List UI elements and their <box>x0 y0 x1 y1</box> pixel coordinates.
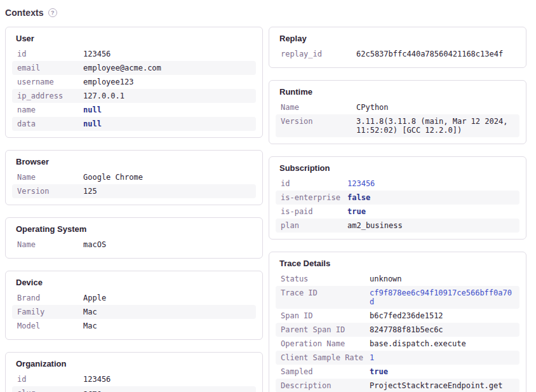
context-row: Name CPython <box>276 100 519 114</box>
right-column: Replay replay_id 62c5837bffc440a78560421… <box>269 27 526 392</box>
row-key: ip_address <box>17 91 83 100</box>
row-value: employee@acme.com <box>83 64 251 72</box>
context-row: Parent Span ID 8247788f81b5ec6c <box>276 323 519 337</box>
row-value: base.dispatch.execute <box>370 339 514 348</box>
row-key: Name <box>17 173 83 182</box>
row-key: Parent Span ID <box>281 325 370 334</box>
context-row: Status unknown <box>276 272 519 286</box>
context-row: replay_id 62c5837bffc440a78560421168c13e… <box>276 47 519 61</box>
row-key: replay_id <box>281 50 356 58</box>
context-row: Client Sample Rate 1 <box>276 351 519 365</box>
context-row: plan am2_business <box>276 219 519 233</box>
row-key: Name <box>17 240 83 249</box>
row-key: Brand <box>17 294 83 302</box>
context-card-user: User id 123456 email employee@acme.com u… <box>5 27 263 138</box>
row-value: macOS <box>83 240 251 249</box>
card-title: User <box>16 34 256 43</box>
context-row: name null <box>12 103 256 117</box>
context-row: is-enterprise false <box>276 191 519 205</box>
card-title: Replay <box>279 34 519 43</box>
context-row: Span ID b6c7fed236de1512 <box>276 309 519 323</box>
context-row: Model Mac <box>12 319 256 333</box>
context-card-organization: Organization id 123456 slug acme <box>5 352 263 392</box>
row-value: b6c7fed236de1512 <box>370 311 514 320</box>
context-card-replay: Replay replay_id 62c5837bffc440a78560421… <box>269 27 526 68</box>
context-row: Trace ID cf9f878ee6c94f10917ce566bff0a70… <box>276 286 519 309</box>
row-key: Version <box>17 187 83 196</box>
row-key: Description <box>281 381 370 390</box>
row-value: 8247788f81b5ec6c <box>370 325 514 334</box>
row-key: slug <box>17 389 83 392</box>
row-key: Client Sample Rate <box>281 353 370 362</box>
row-value: CPython <box>356 103 514 112</box>
context-card-browser: Browser Name Google Chrome Version 125 <box>5 150 263 205</box>
card-title: Runtime <box>279 87 519 97</box>
context-row: Sampled true <box>276 365 519 379</box>
card-rows: id 123456 email employee@acme.com userna… <box>12 47 256 131</box>
context-card-trace-details: Trace Details Status unknown Trace ID cf… <box>269 252 526 392</box>
row-value: 127.0.0.1 <box>83 91 251 100</box>
row-value: am2_business <box>347 221 514 230</box>
row-value: false <box>347 193 514 202</box>
row-key: is-enterprise <box>281 193 347 202</box>
card-rows: Name CPython Version 3.11.8(3.11.8 (main… <box>276 100 519 137</box>
context-card-runtime: Runtime Name CPython Version 3.11.8(3.11… <box>269 80 526 144</box>
context-row: id 123456 <box>276 177 519 191</box>
context-card-subscription: Subscription id 123456 is-enterprise fal… <box>269 156 526 240</box>
row-key: Status <box>281 274 370 283</box>
card-rows: Brand Apple Family Mac Model Mac <box>12 291 256 333</box>
context-row: Name Google Chrome <box>12 170 256 184</box>
context-row: Operation Name base.dispatch.execute <box>276 337 519 351</box>
card-rows: Status unknown Trace ID cf9f878ee6c94f10… <box>276 272 519 392</box>
row-key: Span ID <box>281 311 370 320</box>
context-row: data null <box>12 117 256 131</box>
row-key: Version <box>281 117 356 135</box>
row-key: Model <box>17 321 83 330</box>
row-value: Mac <box>83 321 251 330</box>
row-key: id <box>17 375 83 384</box>
row-value: Google Chrome <box>83 173 251 182</box>
context-row: is-paid true <box>276 205 519 219</box>
row-key: Sampled <box>281 367 370 376</box>
context-row: id 123456 <box>12 47 256 61</box>
context-row: email employee@acme.com <box>12 61 256 75</box>
row-value: 3.11.8(3.11.8 (main, Mar 12 2024, 11:52:… <box>356 117 514 135</box>
row-value: 123456 <box>347 179 514 188</box>
row-key: id <box>17 50 83 58</box>
card-title: Subscription <box>279 163 519 173</box>
row-key: Operation Name <box>281 339 370 348</box>
row-value: employee123 <box>83 78 251 86</box>
row-value: true <box>370 367 514 376</box>
page-header: Contexts ? <box>5 8 526 18</box>
context-row: Version 125 <box>12 184 256 198</box>
context-row: username employee123 <box>12 75 256 89</box>
row-value: Mac <box>83 308 251 316</box>
row-key: Name <box>281 103 356 112</box>
row-key: email <box>17 64 83 72</box>
trace-id-link[interactable]: cf9f878ee6c94f10917ce566bff0a70d <box>370 288 514 306</box>
help-icon[interactable]: ? <box>48 8 57 17</box>
row-key: name <box>17 105 83 114</box>
row-value: 123456 <box>83 50 251 58</box>
context-row: ip_address 127.0.0.1 <box>12 89 256 103</box>
row-value: 1 <box>370 353 514 362</box>
contexts-grid: User id 123456 email employee@acme.com u… <box>5 27 526 392</box>
card-title: Organization <box>16 359 256 368</box>
context-row: id 123456 <box>12 372 256 386</box>
row-value: Apple <box>83 294 251 302</box>
card-title: Device <box>16 278 256 287</box>
row-value: ProjectStacktraceEndpoint.get <box>370 381 514 390</box>
row-value: null <box>83 119 251 128</box>
page-title: Contexts <box>5 8 44 18</box>
card-title: Operating System <box>16 224 256 234</box>
card-rows: id 123456 slug acme <box>12 372 256 392</box>
left-column: User id 123456 email employee@acme.com u… <box>5 27 263 392</box>
context-row: Description ProjectStacktraceEndpoint.ge… <box>276 379 519 392</box>
row-value: 123456 <box>83 375 251 384</box>
context-row: Name macOS <box>12 238 256 252</box>
context-row: Family Mac <box>12 305 256 319</box>
card-rows: replay_id 62c5837bffc440a78560421168c13e… <box>276 47 519 61</box>
card-rows: Name Google Chrome Version 125 <box>12 170 256 198</box>
card-title: Browser <box>16 157 256 166</box>
card-rows: Name macOS <box>12 238 256 252</box>
